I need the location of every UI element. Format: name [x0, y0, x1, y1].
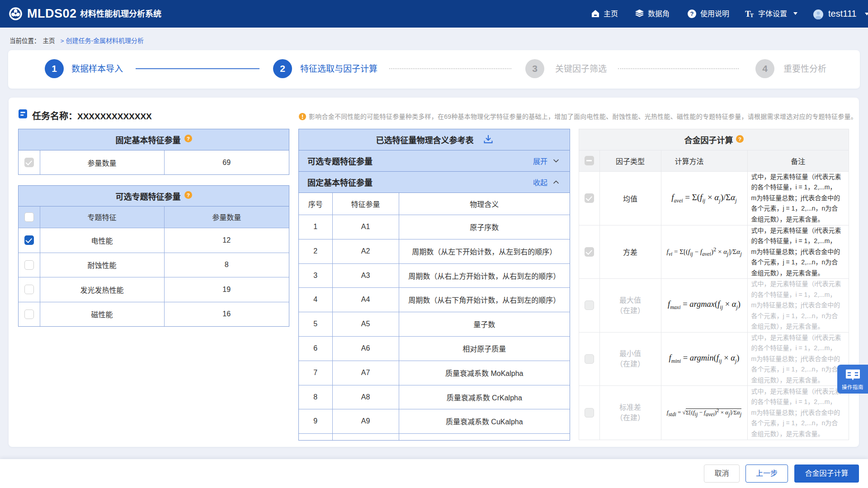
svg-text:T: T — [750, 12, 754, 18]
svg-text:?: ? — [738, 136, 741, 142]
svg-text:?: ? — [186, 192, 189, 197]
svg-text:?: ? — [690, 10, 694, 17]
svg-text:?: ? — [186, 136, 189, 141]
